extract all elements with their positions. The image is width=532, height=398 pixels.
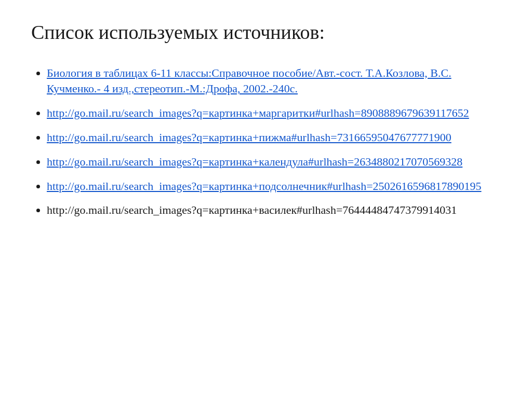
- source-link-3[interactable]: http://go.mail.ru/search_images?q=картин…: [47, 131, 451, 144]
- source-link-5[interactable]: http://go.mail.ru/search_images?q=картин…: [47, 180, 482, 193]
- source-link-2[interactable]: http://go.mail.ru/search_images?q=картин…: [47, 106, 469, 119]
- source-item-5: http://go.mail.ru/search_images?q=картин…: [47, 179, 501, 195]
- source-link-4[interactable]: http://go.mail.ru/search_images?q=картин…: [47, 155, 462, 168]
- sources-list: Биология в таблицах 6-11 классы:Справочн…: [31, 65, 501, 219]
- source-text-6: http://go.mail.ru/search_images?q=картин…: [47, 203, 457, 216]
- source-item-3: http://go.mail.ru/search_images?q=картин…: [47, 130, 501, 146]
- page-title: Список используемых источников:: [31, 21, 501, 45]
- source-item-1: Биология в таблицах 6-11 классы:Справочн…: [47, 65, 501, 98]
- source-link-1[interactable]: Биология в таблицах 6-11 классы:Справочн…: [47, 66, 451, 95]
- source-item-4: http://go.mail.ru/search_images?q=картин…: [47, 154, 501, 170]
- source-item-2: http://go.mail.ru/search_images?q=картин…: [47, 105, 501, 121]
- source-item-6: http://go.mail.ru/search_images?q=картин…: [47, 202, 501, 218]
